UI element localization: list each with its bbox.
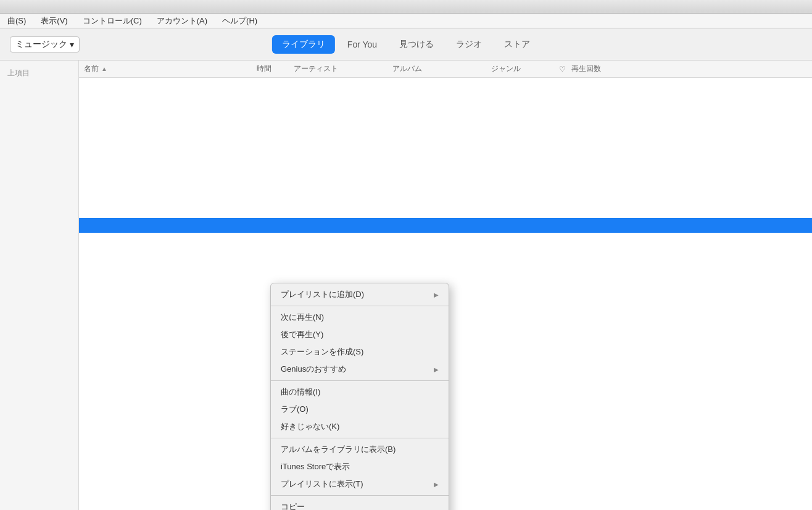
- arrow-icon-playlist: ▶: [434, 481, 439, 488]
- ctx-show-itunes-store[interactable]: iTunes Storeで表示: [271, 458, 449, 475]
- ctx-add-to-playlist[interactable]: プレイリストに追加(D) ▶: [271, 286, 449, 303]
- ctx-divider-2: [271, 380, 449, 381]
- arrow-icon: ▶: [434, 291, 439, 298]
- arrow-icon-genius: ▶: [434, 366, 439, 373]
- col-header-artist[interactable]: アーティスト: [294, 64, 392, 74]
- navbar: ミュージック ▾ ライブラリ For You 見つける ラジオ ストア: [0, 28, 812, 61]
- sidebar: 上項目: [0, 61, 79, 510]
- tab-library[interactable]: ライブラリ: [272, 35, 335, 54]
- menu-account[interactable]: アカウント(A): [154, 14, 210, 28]
- library-selector[interactable]: ミュージック ▾: [10, 36, 80, 52]
- tab-for-you[interactable]: For You: [338, 36, 387, 53]
- col-header-genre[interactable]: ジャンル: [491, 64, 553, 74]
- menubar: 曲(S) 表示(V) コントロール(C) アカウント(A) ヘルプ(H): [0, 14, 812, 28]
- ctx-dislike[interactable]: 好きじゃない(K): [271, 418, 449, 435]
- ctx-song-info[interactable]: 曲の情報(I): [271, 383, 449, 401]
- context-menu: プレイリストに追加(D) ▶ 次に再生(N) 後で再生(Y) ステーションを作成…: [270, 283, 449, 510]
- ctx-divider-4: [271, 495, 449, 496]
- col-header-name[interactable]: 名前 ▲: [84, 64, 257, 74]
- content-area: 名前 ▲ 時間 アーティスト アルバム ジャンル ♡ 再生回数 プレイリストに追…: [79, 61, 812, 510]
- ctx-divider-1: [271, 306, 449, 306]
- menu-song[interactable]: 曲(S): [5, 14, 28, 28]
- col-header-time[interactable]: 時間: [257, 64, 294, 74]
- chevron-down-icon: ▾: [70, 40, 74, 49]
- ctx-show-album[interactable]: アルバムをライブラリに表示(B): [271, 441, 449, 458]
- ctx-play-later[interactable]: 後で再生(Y): [271, 326, 449, 343]
- ctx-copy[interactable]: コピー: [271, 498, 449, 510]
- tab-discover[interactable]: 見つける: [389, 35, 444, 54]
- menu-controls[interactable]: コントロール(C): [80, 14, 144, 28]
- ctx-divider-3: [271, 438, 449, 438]
- sort-arrow-icon: ▲: [101, 65, 107, 72]
- col-header-plays[interactable]: 再生回数: [571, 64, 633, 74]
- sidebar-no-items: 上項目: [0, 65, 78, 81]
- menu-help[interactable]: ヘルプ(H): [220, 14, 260, 28]
- tab-radio[interactable]: ラジオ: [446, 35, 492, 54]
- ctx-play-next[interactable]: 次に再生(N): [271, 309, 449, 326]
- ctx-genius[interactable]: Geniusのおすすめ ▶: [271, 361, 449, 378]
- titlebar: [0, 0, 812, 14]
- col-header-album[interactable]: アルバム: [392, 64, 491, 74]
- library-label: ミュージック: [15, 39, 67, 50]
- table-header: 名前 ▲ 時間 アーティスト アルバム ジャンル ♡ 再生回数: [79, 61, 812, 78]
- ctx-create-station[interactable]: ステーションを作成(S): [271, 343, 449, 361]
- tab-store[interactable]: ストア: [494, 35, 540, 54]
- main-content: 上項目 名前 ▲ 時間 アーティスト アルバム ジャンル ♡ 再生回数 プレイリ…: [0, 61, 812, 510]
- ctx-love[interactable]: ラブ(O): [271, 401, 449, 418]
- ctx-show-in-playlist[interactable]: プレイリストに表示(T) ▶: [271, 475, 449, 493]
- menu-view[interactable]: 表示(V): [38, 14, 70, 28]
- nav-tabs: ライブラリ For You 見つける ラジオ ストア: [272, 35, 540, 54]
- col-header-heart[interactable]: ♡: [553, 65, 571, 73]
- selected-row[interactable]: [79, 218, 812, 233]
